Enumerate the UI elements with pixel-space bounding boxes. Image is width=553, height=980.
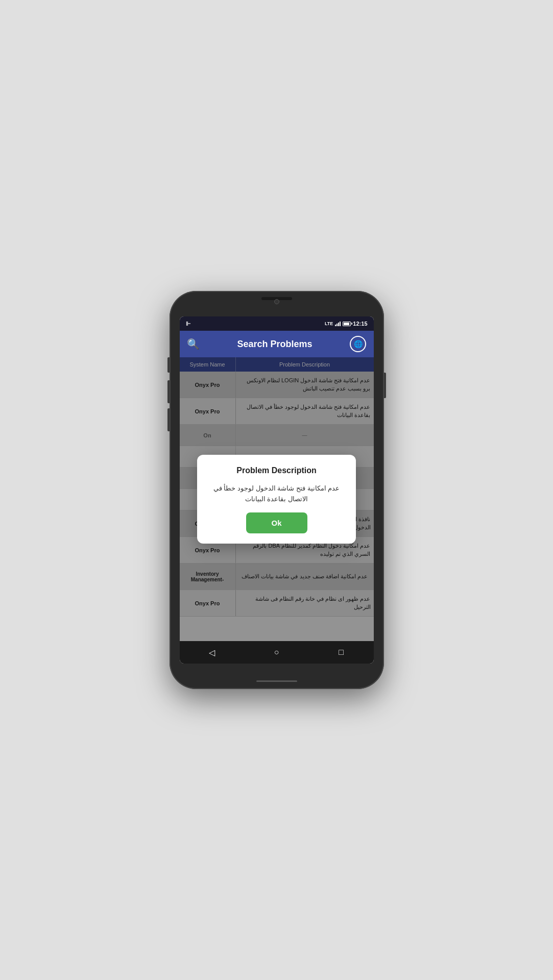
status-left: ⊩ — [186, 321, 191, 327]
volume-down-button — [167, 408, 170, 431]
battery-fill — [344, 323, 349, 325]
phone-frame: ⊩ LTE 12:15 🔍 Search Problems 🌐 — [170, 291, 384, 689]
signal-bar-2 — [336, 324, 338, 326]
battery-icon — [343, 322, 351, 326]
lte-indicator: LTE — [325, 321, 333, 326]
page-title: Search Problems — [237, 339, 312, 350]
mute-button — [167, 357, 170, 373]
globe-icon[interactable]: 🌐 — [350, 336, 366, 352]
signal-bars — [335, 321, 341, 326]
recent-apps-button[interactable]: □ — [331, 642, 351, 663]
app-header: 🔍 Search Problems 🌐 — [180, 331, 374, 357]
power-button — [384, 373, 386, 398]
dialog-ok-button[interactable]: Ok — [246, 512, 307, 533]
signal-bar-4 — [340, 322, 341, 326]
problems-table: System Name Problem Description Onyx Pro… — [180, 357, 374, 641]
dialog-title: Problem Description — [236, 466, 316, 475]
status-bar: ⊩ LTE 12:15 — [180, 316, 374, 331]
back-button[interactable]: ◁ — [202, 642, 222, 663]
dialog-overlay: Problem Description عدم امكانية فتح شاشة… — [180, 357, 374, 641]
phone-camera — [274, 299, 279, 304]
phone-bottom-bar — [256, 680, 297, 682]
clock: 12:15 — [353, 321, 367, 327]
home-button[interactable]: ○ — [266, 642, 286, 663]
phone-screen: ⊩ LTE 12:15 🔍 Search Problems 🌐 — [180, 316, 374, 664]
notification-icon: ⊩ — [186, 321, 191, 327]
dialog-content: عدم امكانية فتح شاشة الدخول لوجود خطأ في… — [207, 483, 346, 505]
search-icon[interactable]: 🔍 — [187, 338, 200, 350]
volume-up-button — [167, 380, 170, 403]
status-right: LTE 12:15 — [325, 321, 367, 327]
signal-bar-1 — [335, 325, 336, 326]
signal-bar-3 — [338, 323, 339, 326]
dialog-box: Problem Description عدم امكانية فتح شاشة… — [197, 455, 356, 544]
bottom-nav: ◁ ○ □ — [180, 641, 374, 664]
